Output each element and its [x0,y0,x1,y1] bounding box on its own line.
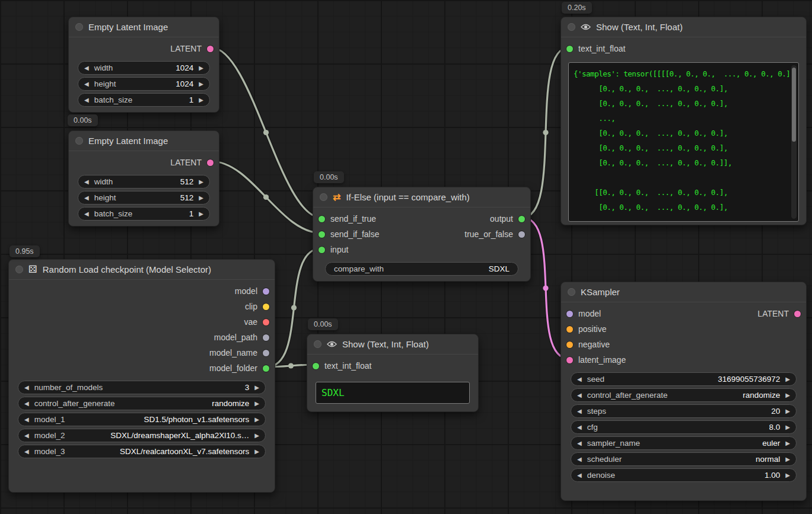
next-option-arrow-icon[interactable]: ▶ [784,456,792,462]
node-empty-latent-image-1[interactable]: Empty Latent Image LATENT ◀ width 1024 ▶… [68,17,219,113]
prev-option-arrow-icon[interactable]: ◀ [575,456,584,462]
increment-arrow-icon[interactable]: ▶ [253,384,261,391]
increment-arrow-icon[interactable]: ▶ [197,194,205,201]
input-input-port[interactable] [319,247,325,253]
widget-height[interactable]: ◀ height 1024 ▶ [78,77,210,91]
widget-denoise[interactable]: ◀ denoise 1.00 ▶ [571,468,797,482]
widget-model-1[interactable]: ◀ model_1 SD1.5/photon_v1.safetensors ▶ [18,413,266,426]
widget-cfg[interactable]: ◀ cfg 8.0 ▶ [571,420,797,434]
next-option-arrow-icon[interactable]: ▶ [253,448,261,455]
true-or-false-output-port[interactable] [518,231,525,238]
increment-arrow-icon[interactable]: ▶ [197,97,205,103]
widget-batch-size[interactable]: ◀ batch_size 1 ▶ [78,207,210,221]
node-show-text-big[interactable]: Show (Text, Int, Float) text_int_float {… [561,17,807,225]
widget-model-3[interactable]: ◀ model_3 SDXL/realcartoonXL_v7.safetens… [18,445,266,458]
widget-number-of-models[interactable]: ◀ number_of_models 3 ▶ [18,381,266,394]
prev-option-arrow-icon[interactable]: ◀ [23,400,31,407]
node-ksampler[interactable]: KSampler model LATENT positive negative [561,282,807,501]
latent-output-port[interactable] [207,46,214,52]
next-option-arrow-icon[interactable]: ▶ [253,416,261,423]
increment-arrow-icon[interactable]: ▶ [197,178,205,185]
send-if-false-input-port[interactable] [319,231,325,238]
decrement-arrow-icon[interactable]: ◀ [575,376,584,382]
latent-output-port[interactable] [794,311,801,317]
widget-compare-with[interactable]: compare_with SDXL [325,262,518,276]
widget-control-after-generate[interactable]: ◀ control_after_generate randomize ▶ [571,388,797,402]
next-option-arrow-icon[interactable]: ▶ [253,432,261,439]
text-int-float-input-port[interactable] [566,46,573,52]
prev-option-arrow-icon[interactable]: ◀ [575,440,584,446]
widget-width[interactable]: ◀ width 512 ▶ [78,175,210,189]
node-graph-canvas[interactable]: 0.00s 0.95s 0.00s 0.00s 0.20s Empty Late… [0,0,812,514]
link-midpoint-dot[interactable] [543,285,548,290]
widget-seed[interactable]: ◀ seed 31699055736972 ▶ [571,372,797,386]
node-show-text-small[interactable]: Show (Text, Int, Float) text_int_float S… [307,334,479,412]
positive-input-port[interactable] [566,326,573,333]
increment-arrow-icon[interactable]: ▶ [197,81,205,87]
link-midpoint-dot[interactable] [263,194,269,200]
prev-option-arrow-icon[interactable]: ◀ [575,392,584,398]
widget-width[interactable]: ◀ width 1024 ▶ [78,61,210,75]
link-midpoint-dot[interactable] [543,130,548,135]
link-midpoint-dot[interactable] [288,363,294,368]
decrement-arrow-icon[interactable]: ◀ [575,408,584,414]
widget-scheduler[interactable]: ◀ scheduler normal ▶ [571,452,797,466]
node-random-load-checkpoint[interactable]: ⚄ Random Load checkpoint (Model Selector… [8,259,275,493]
increment-arrow-icon[interactable]: ▶ [197,65,205,71]
prev-option-arrow-icon[interactable]: ◀ [23,448,31,455]
decrement-arrow-icon[interactable]: ◀ [82,210,91,217]
collapse-dot[interactable] [314,340,321,348]
node-header[interactable]: KSampler [561,282,806,302]
latent-output-port[interactable] [207,159,214,166]
decrement-arrow-icon[interactable]: ◀ [82,81,91,87]
show-text-output-box[interactable]: SDXL [316,382,470,404]
node-header[interactable]: Empty Latent Image [69,17,219,37]
decrement-arrow-icon[interactable]: ◀ [575,472,584,478]
node-header[interactable]: ⇄ If-Else (input == compare_with) [313,187,530,207]
model-folder-output-port[interactable] [263,365,269,372]
widget-height[interactable]: ◀ height 512 ▶ [78,191,210,205]
widget-sampler-name[interactable]: ◀ sampler_name euler ▶ [571,436,797,450]
negative-input-port[interactable] [566,341,573,348]
decrement-arrow-icon[interactable]: ◀ [82,178,91,185]
increment-arrow-icon[interactable]: ▶ [197,210,205,217]
collapse-dot[interactable] [15,266,23,273]
next-option-arrow-icon[interactable]: ▶ [784,392,792,398]
vae-output-port[interactable] [263,319,269,325]
output-output-port[interactable] [518,216,525,222]
text-int-float-input-port[interactable] [313,363,319,369]
show-text-output-box[interactable]: {'samples': tensor([[[[0., 0., 0., ..., … [568,62,799,222]
prev-option-arrow-icon[interactable]: ◀ [23,416,31,423]
clip-output-port[interactable] [263,304,269,310]
decrement-arrow-icon[interactable]: ◀ [82,65,91,71]
collapse-dot[interactable] [568,23,575,31]
model-name-output-port[interactable] [263,350,269,356]
link-midpoint-dot[interactable] [263,130,269,135]
increment-arrow-icon[interactable]: ▶ [784,408,792,414]
widget-batch-size[interactable]: ◀ batch_size 1 ▶ [78,93,210,107]
decrement-arrow-icon[interactable]: ◀ [82,194,91,201]
scrollbar-thumb[interactable] [792,68,796,142]
node-if-else[interactable]: ⇄ If-Else (input == compare_with) send_i… [313,187,531,282]
collapse-dot[interactable] [320,193,327,201]
node-empty-latent-image-2[interactable]: Empty Latent Image LATENT ◀ width 512 ▶ … [68,130,219,226]
increment-arrow-icon[interactable]: ▶ [784,376,792,382]
decrement-arrow-icon[interactable]: ◀ [575,424,584,430]
decrement-arrow-icon[interactable]: ◀ [23,384,31,391]
node-header[interactable]: Show (Text, Int, Float) [561,17,806,37]
widget-steps[interactable]: ◀ steps 20 ▶ [571,404,797,418]
node-header[interactable]: Show (Text, Int, Float) [307,334,478,355]
widget-control-after-generate[interactable]: ◀ control_after_generate randomize ▶ [18,397,266,410]
prev-option-arrow-icon[interactable]: ◀ [23,432,31,439]
collapse-dot[interactable] [75,137,83,145]
next-option-arrow-icon[interactable]: ▶ [253,400,261,407]
link-midpoint-dot[interactable] [291,305,297,310]
model-output-port[interactable] [263,288,269,295]
increment-arrow-icon[interactable]: ▶ [784,472,792,478]
scrollbar-track[interactable] [791,65,797,219]
collapse-dot[interactable] [568,288,575,296]
model-path-output-port[interactable] [263,334,269,341]
model-input-port[interactable] [566,311,573,317]
decrement-arrow-icon[interactable]: ◀ [82,97,91,103]
latent-image-input-port[interactable] [566,357,573,363]
